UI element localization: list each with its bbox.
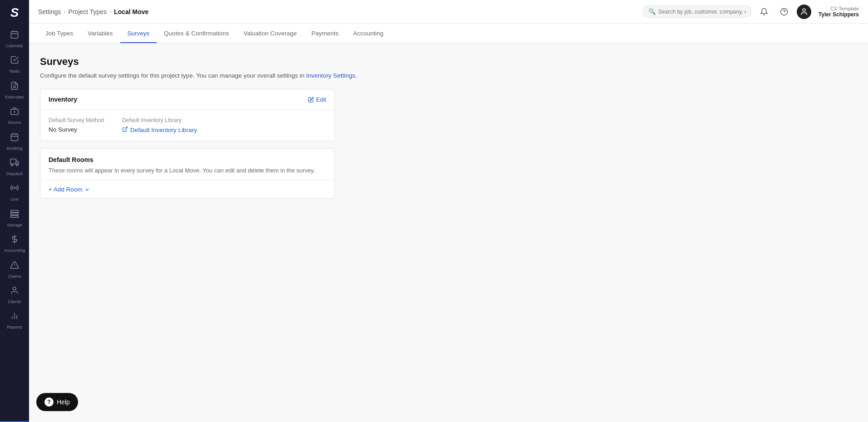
tab-surveys[interactable]: Surveys: [120, 24, 157, 43]
svg-rect-13: [10, 159, 16, 164]
rooms-card-title: Default Rooms: [49, 156, 326, 163]
sidebar-item-tasks-label: Tasks: [9, 69, 20, 74]
sidebar-item-moves-label: Moves: [8, 120, 21, 125]
user-name: Tyler Schippers: [819, 11, 859, 18]
page-title: Surveys: [40, 56, 857, 68]
tab-variables[interactable]: Variables: [80, 24, 120, 43]
sidebar-item-dispatch-label: Dispatch: [6, 171, 23, 176]
sidebar-item-estimates[interactable]: Estimates: [0, 77, 29, 102]
booking-icon: [10, 132, 19, 144]
calendar-icon: [10, 30, 19, 41]
accounting-icon: [10, 235, 19, 246]
survey-method-label: Default Survey Method: [49, 117, 104, 123]
sidebar-item-booking-label: Booking: [7, 146, 22, 151]
help-button[interactable]: [777, 5, 791, 19]
sidebar-item-storage-label: Storage: [7, 222, 22, 227]
claims-icon: [10, 260, 19, 272]
tab-accounting[interactable]: Accounting: [346, 24, 391, 43]
rooms-card-header: Default Rooms These rooms will appear in…: [40, 149, 334, 180]
sidebar-item-dispatch[interactable]: Dispatch: [0, 153, 29, 179]
sidebar-item-live-label: Live: [10, 196, 18, 201]
reports-icon: [10, 311, 19, 323]
sidebar-item-accounting-label: Accounting: [4, 248, 25, 253]
inventory-edit-button[interactable]: Edit: [308, 96, 326, 103]
sidebar-item-calendar-label: Calendar: [6, 43, 24, 48]
svg-point-14: [11, 164, 13, 166]
help-circle-icon: ?: [44, 397, 54, 407]
inventory-card-title: Inventory: [49, 96, 77, 103]
sidebar-item-tasks[interactable]: Tasks: [0, 51, 29, 76]
sidebar-item-storage[interactable]: Storage: [0, 205, 29, 230]
inventory-library-link[interactable]: Default Inventory Library: [122, 126, 197, 133]
inventory-card-body: Default Survey Method No Survey Default …: [40, 110, 334, 141]
sidebar-item-estimates-label: Estimates: [5, 94, 24, 99]
sidebar-item-moves[interactable]: Moves: [0, 102, 29, 128]
svg-point-16: [14, 187, 15, 189]
add-room-button[interactable]: + Add Room: [49, 186, 90, 193]
breadcrumb-current: Local Move: [114, 8, 148, 15]
inventory-settings-link[interactable]: Inventory Settings: [306, 72, 355, 79]
page-description: Configure the default survey settings fo…: [40, 72, 857, 79]
inventory-library-group: Default Inventory Library Default Invent…: [122, 117, 197, 133]
external-link-icon: [122, 126, 128, 133]
breadcrumb-sep-1: ›: [64, 9, 66, 15]
help-button-float[interactable]: ? Help: [36, 393, 78, 411]
sidebar-item-booking[interactable]: Booking: [0, 128, 29, 153]
storage-icon: [10, 209, 19, 221]
svg-rect-17: [11, 210, 19, 212]
dispatch-icon: [10, 158, 19, 169]
page-description-suffix: .: [355, 72, 357, 79]
live-icon: [10, 183, 19, 195]
breadcrumb-sep-2: ›: [109, 9, 111, 15]
sidebar-logo[interactable]: S: [0, 0, 29, 25]
svg-rect-0: [11, 31, 18, 38]
search-box[interactable]: 🔍: [642, 5, 751, 18]
sidebar-item-reports-label: Reports: [7, 324, 22, 329]
breadcrumb-project-types[interactable]: Project Types: [69, 8, 107, 15]
search-input[interactable]: [658, 9, 745, 15]
rooms-card-footer: + Add Room: [40, 180, 334, 198]
tasks-icon: [10, 55, 19, 67]
inventory-library-link-text: Default Inventory Library: [130, 127, 197, 133]
main-content: Settings › Project Types › Local Move 🔍 …: [29, 0, 868, 422]
estimates-icon: [10, 81, 19, 93]
survey-method-value: No Survey: [49, 126, 104, 133]
inventory-card-header: Inventory Edit: [40, 89, 334, 110]
sidebar-item-calendar[interactable]: Calendar: [0, 25, 29, 51]
inventory-edit-label: Edit: [316, 96, 326, 103]
svg-line-30: [124, 127, 127, 130]
inventory-library-label: Default Inventory Library: [122, 117, 197, 123]
notifications-button[interactable]: [757, 5, 771, 19]
tab-valuation-coverage[interactable]: Valuation Coverage: [236, 24, 304, 43]
sidebar-item-clients[interactable]: Clients: [0, 281, 29, 307]
tab-job-types[interactable]: Job Types: [38, 24, 80, 43]
sidebar-item-live[interactable]: Live: [0, 179, 29, 204]
breadcrumb: Settings › Project Types › Local Move: [38, 8, 639, 15]
tab-bar: Job Types Variables Surveys Quotes & Con…: [29, 24, 868, 43]
page-content: Surveys Configure the default survey set…: [29, 43, 868, 422]
svg-rect-19: [11, 216, 19, 217]
survey-method-group: Default Survey Method No Survey: [49, 117, 104, 133]
user-company: CX Template: [830, 6, 859, 11]
svg-rect-18: [11, 213, 19, 215]
sidebar-item-reports[interactable]: Reports: [0, 307, 29, 332]
page-description-prefix: Configure the default survey settings fo…: [40, 72, 306, 79]
sidebar-item-accounting[interactable]: Accounting: [0, 230, 29, 255]
svg-rect-9: [11, 134, 18, 141]
breadcrumb-settings[interactable]: Settings: [38, 8, 61, 15]
svg-point-23: [13, 287, 16, 290]
user-info: CX Template Tyler Schippers: [819, 6, 859, 18]
moves-icon: [10, 107, 19, 118]
avatar[interactable]: [797, 5, 811, 19]
default-rooms-card: Default Rooms These rooms will appear in…: [40, 148, 335, 199]
clients-icon: [10, 286, 19, 297]
logo-icon: S: [10, 5, 19, 20]
inventory-card: Inventory Edit Default Survey Method No …: [40, 89, 335, 141]
topbar: Settings › Project Types › Local Move 🔍 …: [29, 0, 868, 24]
tab-quotes-confirmations[interactable]: Quotes & Confirmations: [157, 24, 236, 43]
tab-payments[interactable]: Payments: [304, 24, 346, 43]
sidebar-item-claims[interactable]: Claims: [0, 256, 29, 281]
svg-point-29: [803, 9, 805, 11]
sidebar: S Calendar Tasks Estimates Moves Booking: [0, 0, 29, 422]
inventory-field-row: Default Survey Method No Survey Default …: [49, 117, 326, 133]
